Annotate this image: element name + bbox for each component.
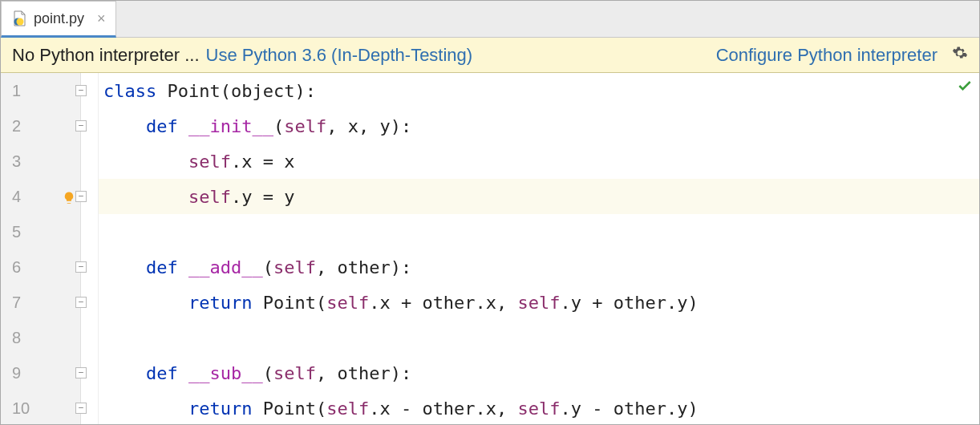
- code-token: (: [263, 363, 273, 383]
- fold-open-icon[interactable]: −: [75, 367, 87, 378]
- code-token: , other):: [316, 363, 411, 383]
- code-line[interactable]: class Point(object):: [99, 73, 979, 108]
- code-token: __sub__: [188, 363, 263, 383]
- code-token: self: [188, 152, 231, 172]
- fold-column: −−−−−−−: [81, 73, 99, 425]
- code-token: self: [284, 116, 326, 136]
- code-token: self: [326, 293, 369, 313]
- fold-close-icon[interactable]: −: [75, 403, 87, 414]
- code-token: Point(: [263, 293, 326, 313]
- line-number: 1: [1, 73, 80, 108]
- fold-open-icon[interactable]: −: [75, 120, 87, 132]
- line-number: 10: [1, 391, 80, 425]
- intention-bulb-icon[interactable]: [62, 189, 76, 204]
- code-token: return: [188, 399, 263, 419]
- python-file-icon: [11, 10, 27, 26]
- line-number: 8: [1, 320, 80, 355]
- tab-bar: point.py ×: [1, 1, 979, 38]
- line-number: 2: [1, 108, 80, 144]
- line-number: 5: [1, 214, 80, 249]
- code-token: def: [146, 257, 188, 277]
- code-line[interactable]: [99, 214, 979, 249]
- code-line[interactable]: def __add__(self, other):: [99, 249, 979, 285]
- code-token: (: [273, 116, 284, 136]
- inspection-ok-icon[interactable]: [957, 78, 973, 98]
- code-token: def: [146, 116, 188, 136]
- svg-point-1: [17, 18, 24, 26]
- code-token: __init__: [188, 116, 273, 136]
- line-number: 7: [1, 285, 80, 320]
- code-token: self: [188, 187, 231, 207]
- code-line[interactable]: self.y = y: [99, 179, 979, 214]
- use-interpreter-link[interactable]: Use Python 3.6 (In-Depth-Testing): [206, 45, 473, 66]
- code-token: self: [273, 363, 316, 383]
- code-token: __add__: [188, 257, 263, 277]
- code-token: Point(object):: [167, 81, 315, 101]
- code-area[interactable]: class Point(object): def __init__(self, …: [99, 73, 979, 425]
- code-token: .y = y: [231, 187, 294, 207]
- code-token: .y - other.y): [561, 399, 699, 419]
- code-token: (: [263, 257, 273, 277]
- code-token: def: [146, 363, 188, 383]
- fold-open-icon[interactable]: −: [75, 261, 87, 273]
- banner-message: No Python interpreter ...: [12, 45, 200, 66]
- code-line[interactable]: [99, 320, 979, 355]
- code-token: class: [103, 81, 167, 101]
- close-tab-icon[interactable]: ×: [97, 10, 106, 27]
- interpreter-warning-banner: No Python interpreter ... Use Python 3.6…: [1, 38, 979, 73]
- code-token: .x = x: [231, 152, 294, 172]
- code-line[interactable]: def __sub__(self, other):: [99, 355, 979, 391]
- code-token: self: [518, 399, 561, 419]
- line-number: 9: [1, 355, 80, 391]
- fold-close-icon[interactable]: −: [75, 297, 87, 308]
- configure-interpreter-link[interactable]: Configure Python interpreter: [716, 45, 937, 66]
- code-token: self: [518, 293, 561, 313]
- code-token: .y + other.y): [561, 293, 699, 313]
- line-number-gutter: 12345678910: [1, 73, 81, 425]
- code-line[interactable]: return Point(self.x - other.x, self.y - …: [99, 391, 979, 425]
- code-token: self: [326, 399, 369, 419]
- tab-filename: point.py: [34, 10, 84, 27]
- code-line[interactable]: def __init__(self, x, y):: [99, 108, 979, 144]
- code-token: , other):: [316, 257, 411, 277]
- code-token: .x - other.x,: [369, 399, 517, 419]
- code-editor[interactable]: 12345678910 −−−−−−− class Point(object):…: [1, 73, 979, 425]
- code-line[interactable]: self.x = x: [99, 144, 979, 179]
- code-line[interactable]: return Point(self.x + other.x, self.y + …: [99, 285, 979, 320]
- fold-close-icon[interactable]: −: [75, 191, 87, 202]
- gear-icon[interactable]: [952, 45, 968, 66]
- file-tab[interactable]: point.py ×: [1, 1, 116, 38]
- fold-open-icon[interactable]: −: [75, 85, 87, 96]
- code-token: self: [273, 257, 316, 277]
- code-token: .x + other.x,: [369, 293, 517, 313]
- line-number: 3: [1, 144, 80, 179]
- code-token: return: [188, 293, 263, 313]
- line-number: 6: [1, 249, 80, 285]
- code-token: Point(: [263, 399, 326, 419]
- code-token: , x, y):: [326, 116, 411, 136]
